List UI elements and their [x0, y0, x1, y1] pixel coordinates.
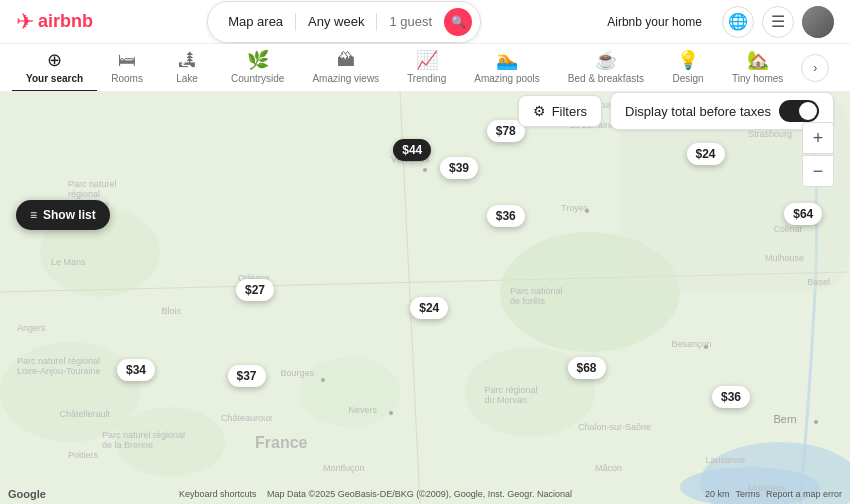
search-guests[interactable]: 1 guest: [385, 14, 436, 29]
globe-icon: 🌐: [728, 12, 748, 31]
logo-text: airbnb: [38, 11, 93, 32]
your-search-icon: ⊕: [47, 49, 62, 71]
map-controls: + −: [802, 122, 834, 187]
category-bed-breakfasts[interactable]: ☕ Bed & breakfasts: [554, 44, 658, 92]
user-avatar[interactable]: [802, 6, 834, 38]
city-dot-bern: [814, 420, 818, 424]
scale-text: 20 km: [705, 489, 730, 499]
category-tiny-homes[interactable]: 🏡 Tiny homes: [718, 44, 797, 92]
terms-link[interactable]: Terms: [735, 489, 760, 499]
countryside-label: Countryside: [231, 73, 284, 84]
logo[interactable]: ✈ airbnb: [16, 9, 93, 35]
svg-point-7: [115, 407, 225, 477]
city-dot-troyes: [585, 209, 589, 213]
attribution-center: Keyboard shortcuts Map Data ©2025 GeoBas…: [179, 489, 572, 499]
design-icon: 💡: [677, 49, 699, 71]
scale-bar: 20 km: [705, 489, 730, 499]
category-your-search[interactable]: ⊕ Your search: [12, 44, 97, 92]
price-pin-36a[interactable]: $36: [487, 205, 525, 227]
city-dot-besancon: [704, 345, 708, 349]
svg-point-8: [300, 357, 400, 427]
bed-breakfasts-icon: ☕: [595, 49, 617, 71]
svg-point-6: [0, 342, 140, 442]
amazing-pools-label: Amazing pools: [474, 73, 540, 84]
trending-label: Trending: [407, 73, 446, 84]
header: ✈ airbnb Map area Any week 1 guest 🔍 Air…: [0, 0, 850, 44]
search-bar[interactable]: Map area Any week 1 guest 🔍: [207, 1, 481, 43]
countryside-icon: 🌿: [247, 49, 269, 71]
toggle-knob: [799, 102, 817, 120]
category-lake[interactable]: 🏞 Lake: [157, 44, 217, 92]
chevron-right-icon: ›: [813, 61, 817, 75]
city-dot-nevers: [389, 411, 393, 415]
search-icon: 🔍: [451, 15, 466, 29]
rooms-icon: 🛏: [118, 50, 136, 71]
map-container[interactable]: Parc naturelrégionaldu Lorraine Strasbou…: [0, 92, 850, 504]
category-countryside[interactable]: 🌿 Countryside: [217, 44, 298, 92]
city-dot-bourges: [321, 378, 325, 382]
category-nav: ⊕ Your search 🛏 Rooms 🏞 Lake 🌿 Countrysi…: [0, 44, 850, 92]
show-list-button[interactable]: ≡ Show list: [16, 200, 110, 230]
report-link[interactable]: Report a map error: [766, 489, 842, 499]
trending-icon: 📈: [416, 49, 438, 71]
lake-icon: 🏞: [178, 50, 196, 71]
airbnb-home-link[interactable]: Airbnb your home: [595, 7, 714, 37]
design-label: Design: [672, 73, 703, 84]
filter-icon: ⚙: [533, 103, 546, 119]
zoom-in-button[interactable]: +: [802, 122, 834, 154]
search-location[interactable]: Map area: [224, 14, 287, 29]
search-divider: [295, 13, 296, 31]
toggle-label: Display total before taxes: [625, 104, 771, 119]
category-trending[interactable]: 📈 Trending: [393, 44, 460, 92]
search-divider-2: [376, 13, 377, 31]
attribution-left: Google: [8, 488, 46, 500]
price-pin-68[interactable]: $68: [567, 357, 605, 379]
list-icon: ≡: [30, 208, 37, 222]
show-list-label: Show list: [43, 208, 96, 222]
category-amazing-pools[interactable]: 🏊 Amazing pools: [460, 44, 554, 92]
avatar-image: [802, 6, 834, 38]
price-pin-34[interactable]: $34: [117, 359, 155, 381]
menu-button[interactable]: ☰: [762, 6, 794, 38]
filters-label: Filters: [552, 104, 587, 119]
header-right: Airbnb your home 🌐 ☰: [595, 6, 834, 38]
google-logo: Google: [8, 488, 46, 500]
globe-icon-button[interactable]: 🌐: [722, 6, 754, 38]
amazing-views-icon: 🏔: [337, 50, 355, 71]
price-pin-39[interactable]: $39: [440, 157, 478, 179]
menu-icon: ☰: [771, 12, 785, 31]
category-rooms[interactable]: 🛏 Rooms: [97, 44, 157, 92]
lake-label: Lake: [176, 73, 198, 84]
airbnb-logo-icon: ✈: [16, 9, 34, 35]
zoom-out-button[interactable]: −: [802, 155, 834, 187]
search-when[interactable]: Any week: [304, 14, 368, 29]
price-pin-36b[interactable]: $36: [712, 386, 750, 408]
tiny-homes-label: Tiny homes: [732, 73, 783, 84]
amazing-views-label: Amazing views: [312, 73, 379, 84]
your-search-label: Your search: [26, 73, 83, 84]
price-pin-24a[interactable]: $24: [686, 143, 724, 165]
amazing-pools-icon: 🏊: [496, 49, 518, 71]
price-pin-37[interactable]: $37: [227, 365, 265, 387]
category-design[interactable]: 💡 Design: [658, 44, 718, 92]
map-data-text: Map Data ©2025 GeoBasis-DE/BKG (©2009), …: [267, 489, 572, 499]
total-taxes-toggle-container: Display total before taxes: [610, 92, 834, 130]
rooms-label: Rooms: [111, 73, 143, 84]
category-amazing-views[interactable]: 🏔 Amazing views: [298, 44, 393, 92]
city-dot-versailles: [423, 168, 427, 172]
filters-button[interactable]: ⚙ Filters: [518, 95, 602, 127]
keyboard-shortcuts[interactable]: Keyboard shortcuts: [179, 489, 257, 499]
search-button[interactable]: 🔍: [444, 8, 472, 36]
total-taxes-toggle[interactable]: [779, 100, 819, 122]
price-pin-64[interactable]: $64: [784, 203, 822, 225]
filter-bar: ⚙ Filters Display total before taxes: [518, 92, 834, 130]
bed-breakfasts-label: Bed & breakfasts: [568, 73, 644, 84]
attribution-right: 20 km Terms Report a map error: [705, 489, 842, 499]
tiny-homes-icon: 🏡: [747, 49, 769, 71]
map-attribution: Google Keyboard shortcuts Map Data ©2025…: [0, 488, 850, 500]
price-pin-44[interactable]: $44: [393, 139, 431, 161]
category-scroll-right[interactable]: ›: [801, 54, 829, 82]
price-pin-24b[interactable]: $24: [410, 297, 448, 319]
price-pin-27[interactable]: $27: [236, 279, 274, 301]
